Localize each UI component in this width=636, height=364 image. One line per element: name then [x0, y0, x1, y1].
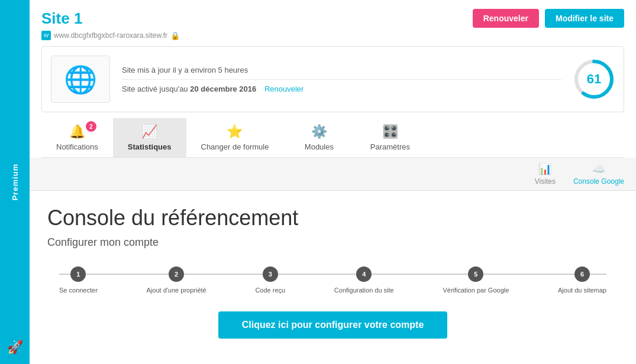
sub-tabs: 📊 Visites ☁️ Console Google: [30, 158, 636, 191]
step-2-label: Ajout d'une propriété: [147, 287, 206, 294]
visites-label: Visites: [535, 177, 556, 186]
step-6-label: Ajout du sitemap: [558, 287, 606, 294]
step-3-circle: 3: [263, 266, 278, 282]
renew-inline-link[interactable]: Renouveler: [264, 84, 304, 93]
parametres-icon: 🎛️: [382, 124, 398, 139]
content-area: Console du référencement Configurer mon …: [30, 191, 636, 364]
premium-label: Premium: [11, 155, 20, 210]
header: Site 1 Renouveler Modifier le site W www…: [30, 0, 636, 46]
step-3: 3 Code reçu: [255, 266, 285, 294]
notifications-badge: 2: [86, 121, 96, 132]
tab-parametres[interactable]: 🎛️ Paramètres: [354, 118, 425, 157]
globe-icon: 🌐: [64, 64, 97, 95]
step-4-circle: 4: [356, 266, 372, 282]
formule-label: Changer de formule: [201, 142, 269, 151]
console-google-label: Console Google: [573, 177, 624, 186]
console-google-icon: ☁️: [592, 162, 605, 176]
score-number: 61: [587, 72, 601, 87]
cta-container: Cliquez ici pour configurer votre compte: [47, 311, 618, 339]
globe-container: 🌐: [51, 56, 110, 103]
parametres-label: Paramètres: [370, 142, 410, 151]
active-date: 20 décembre 2016: [190, 84, 256, 93]
tabs: 🔔 2 Notifications 📈 Statistiques ⭐ Chang…: [41, 118, 624, 158]
step-5: 5 Vérification par Google: [443, 266, 509, 294]
lock-icon: 🔒: [170, 31, 180, 40]
renew-button[interactable]: Renouveler: [473, 9, 539, 28]
step-6: 6 Ajout du sitemap: [558, 266, 606, 294]
step-4: 4 Configuration du site: [334, 266, 394, 294]
notifications-label: Notifications: [56, 142, 98, 151]
page-subtitle: Configurer mon compte: [47, 236, 618, 249]
score-circle: 61: [573, 58, 615, 100]
site-info-box: 🌐 Site mis à jour il y a environ 5 heure…: [41, 46, 624, 112]
tab-modules[interactable]: ⚙️ Modules: [283, 118, 354, 157]
modify-site-button[interactable]: Modifier le site: [545, 9, 624, 28]
step-1-label: Se connecter: [59, 287, 98, 294]
step-3-label: Code reçu: [255, 287, 285, 294]
page-title: Console du référencement: [47, 206, 618, 230]
step-2-circle: 2: [169, 266, 184, 282]
steps-container: 1 Se connecter 2 Ajout d'une propriété 3…: [59, 266, 606, 294]
tab-statistiques[interactable]: 📈 Statistiques: [113, 118, 186, 157]
step-6-circle: 6: [574, 266, 590, 282]
site-status: Site mis à jour il y a environ 5 heures …: [122, 61, 561, 98]
site-title: Site 1: [41, 9, 82, 28]
statistiques-label: Statistiques: [128, 142, 172, 151]
sub-tab-console-google[interactable]: ☁️ Console Google: [573, 162, 624, 186]
url-text: www.dbcgfxfbgxbcf-raroxara.sitew.fr: [54, 31, 167, 40]
configure-account-button[interactable]: Cliquez ici pour configurer votre compte: [218, 311, 448, 339]
step-1-circle: 1: [70, 266, 86, 282]
step-2: 2 Ajout d'une propriété: [147, 266, 206, 294]
visites-icon: 📊: [538, 162, 551, 176]
header-buttons: Renouveler Modifier le site: [473, 9, 624, 28]
steps: 1 Se connecter 2 Ajout d'une propriété 3…: [59, 266, 606, 294]
step-5-label: Vérification par Google: [443, 287, 509, 294]
formule-icon: ⭐: [227, 124, 243, 139]
tab-formule[interactable]: ⭐ Changer de formule: [186, 118, 284, 157]
main-content: Site 1 Renouveler Modifier le site W www…: [30, 0, 636, 364]
tab-notifications[interactable]: 🔔 2 Notifications: [41, 118, 113, 157]
active-status: Site activé jusqu'au 20 décembre 2016 Re…: [122, 80, 561, 98]
active-prefix: Site activé jusqu'au: [122, 84, 190, 93]
update-status: Site mis à jour il y a environ 5 heures: [122, 61, 561, 80]
step-1: 1 Se connecter: [59, 266, 98, 294]
statistiques-icon: 📈: [141, 124, 157, 139]
sub-tab-visites[interactable]: 📊 Visites: [535, 162, 556, 186]
step-5-circle: 5: [468, 266, 483, 282]
site-url: W www.dbcgfxfbgxbcf-raroxara.sitew.fr 🔒: [41, 31, 624, 40]
header-top: Site 1 Renouveler Modifier le site: [41, 9, 624, 28]
notifications-icon: 🔔: [69, 124, 85, 139]
url-icon: W: [41, 31, 51, 40]
sidebar-rocket-icon[interactable]: 🚀: [7, 340, 23, 355]
modules-label: Modules: [305, 142, 334, 151]
modules-icon: ⚙️: [311, 124, 327, 139]
sidebar: Premium 🚀: [0, 0, 30, 364]
step-4-label: Configuration du site: [334, 287, 394, 294]
